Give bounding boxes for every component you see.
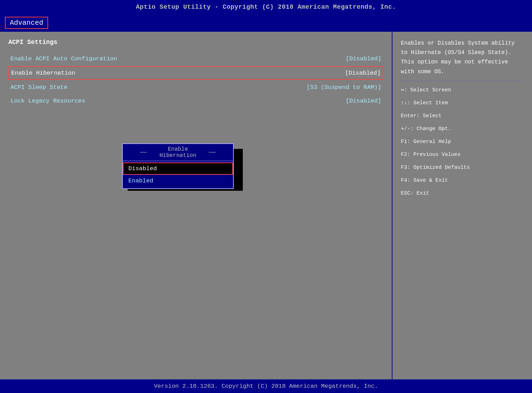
menu-item-advanced[interactable]: Advanced: [5, 17, 48, 29]
dropdown-body: Disabled Enabled: [123, 161, 233, 188]
setting-value-lock-legacy: [Disabled]: [346, 98, 381, 104]
help-description: Enables or Disables System ability to Hi…: [401, 39, 524, 77]
dropdown-title-bar: —— Enable Hibernation ——: [123, 144, 233, 161]
setting-value-acpi-auto: [Disabled]: [346, 55, 381, 62]
hint-select-item: ↑↓: Select Item: [401, 98, 524, 108]
section-title: ACPI Settings: [8, 39, 383, 46]
hint-f2: F2: Previous Values: [401, 150, 524, 159]
title-text: Aptio Setup Utility - Copyright (C) 2018…: [136, 3, 396, 10]
hint-esc: ESC: Exit: [401, 189, 524, 198]
setting-label-acpi-auto: Enable ACPI Auto Configuration: [10, 55, 346, 62]
title-bar: Aptio Setup Utility - Copyright (C) 2018…: [0, 0, 532, 14]
setting-value-sleep-state: [S3 (Suspend to RAM)]: [307, 84, 381, 91]
setting-value-hibernation: [Disabled]: [345, 70, 381, 76]
main-content: ACPI Settings Enable ACPI Auto Configura…: [0, 32, 532, 379]
hint-f4: F4: Save & Exit: [401, 176, 524, 185]
menu-bar: Advanced: [0, 14, 532, 32]
setting-row-sleep-state[interactable]: ACPI Sleep State [S3 (Suspend to RAM)]: [8, 81, 383, 93]
dropdown-title: Enable Hibernation: [159, 146, 196, 159]
hint-select-screen: ⇔: Select Screen: [401, 85, 524, 95]
bios-screen: Aptio Setup Utility - Copyright (C) 2018…: [0, 0, 532, 393]
hint-change-opt: +/-: Change Opt.: [401, 124, 524, 134]
right-panel: Enables or Disables System ability to Hi…: [392, 32, 532, 379]
setting-row-acpi-auto[interactable]: Enable ACPI Auto Configuration [Disabled…: [8, 53, 383, 65]
hint-enter-select: Enter: Select: [401, 111, 524, 121]
dropdown-popup: —— Enable Hibernation —— Disabled Enable…: [122, 143, 234, 189]
setting-label-lock-legacy: Lock Legacy Resources: [10, 98, 346, 104]
setting-label-hibernation: Enable Hibernation: [11, 70, 345, 76]
dropdown-dash-right: ——: [196, 149, 228, 156]
dropdown-dash-left: ——: [128, 149, 159, 156]
hint-f1: F1: General Help: [401, 137, 524, 146]
footer-text: Version 2.18.1263. Copyright (C) 2018 Am…: [154, 383, 378, 390]
left-panel: ACPI Settings Enable ACPI Auto Configura…: [0, 32, 392, 379]
dropdown-option-disabled[interactable]: Disabled: [123, 163, 233, 175]
dropdown-option-enabled[interactable]: Enabled: [123, 175, 233, 187]
setting-label-sleep-state: ACPI Sleep State: [10, 84, 307, 91]
hint-f3: F3: Optimized Defaults: [401, 163, 524, 172]
setting-row-lock-legacy[interactable]: Lock Legacy Resources [Disabled]: [8, 95, 383, 107]
hints-divider: [401, 81, 524, 81]
footer-bar: Version 2.18.1263. Copyright (C) 2018 Am…: [0, 379, 532, 393]
setting-row-hibernation[interactable]: Enable Hibernation [Disabled]: [8, 66, 383, 80]
